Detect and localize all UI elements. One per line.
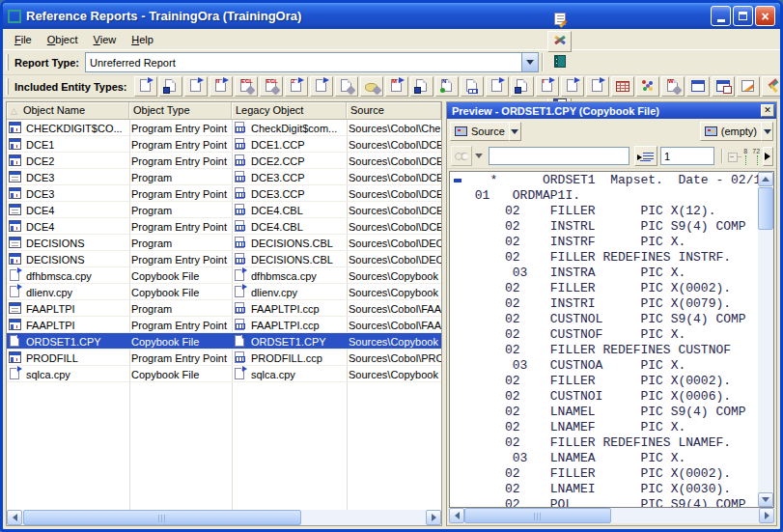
maximize-button[interactable] [733, 6, 753, 26]
table-row[interactable]: DCE3Program Entry PointDCE3.CCPSources\C… [7, 185, 441, 202]
table-row[interactable]: ORDSET1.CPYCopybook FileORDSET1.CPYSourc… [7, 333, 441, 350]
entity-type-11-button[interactable]: M [385, 76, 408, 97]
entity-type-20-button[interactable] [611, 76, 634, 97]
context-button[interactable]: (empty) [700, 122, 762, 141]
table-row[interactable]: PRODFILLProgram Entry PointPRODFILL.ccpS… [7, 350, 441, 366]
entity-type-1-button[interactable] [134, 76, 157, 97]
toolbar-grip[interactable] [6, 54, 9, 71]
entity-type-13-button[interactable]: N [435, 76, 459, 97]
entity-type-12-button[interactable] [410, 76, 433, 97]
scroll-right-button[interactable] [759, 508, 774, 523]
cell-source: Sources\Cobol\FAA [347, 300, 441, 316]
entity-type-23-button[interactable] [686, 76, 710, 97]
entity-type-16-button[interactable] [511, 76, 534, 97]
form-pen-button[interactable] [547, 10, 572, 31]
table-row[interactable]: dlienv.cpyCopybook Filedlienv.cpySources… [7, 284, 441, 300]
entity-type-6-button[interactable]: ECL [260, 76, 283, 97]
menu-file[interactable]: File [7, 31, 40, 48]
context-dropdown-button[interactable] [761, 122, 773, 141]
entity-type-8-button[interactable] [310, 76, 333, 97]
scroll-left-button[interactable] [449, 508, 464, 523]
table-row[interactable]: DCE4Program Entry PointDCE4.CBLSources\C… [7, 218, 441, 235]
code-vscrollbar[interactable] [758, 172, 773, 507]
code-hscrollbar[interactable] [449, 508, 774, 523]
entity-type-9-button[interactable] [335, 76, 358, 97]
column-header-object-name[interactable]: △Object Name [7, 102, 129, 120]
entity-type-21-button[interactable] [636, 76, 659, 97]
code-line: 02 INSTRF PIC X. [467, 235, 758, 250]
table-row[interactable]: DCE4ProgramDCE4.CBLSources\Cobol\DCE [7, 202, 441, 218]
scroll-down-button[interactable] [758, 492, 773, 507]
entity-type-25-button[interactable] [737, 76, 760, 97]
paint-tools-button[interactable] [547, 31, 572, 52]
table-header: △Object Name Object Type Legacy Object S… [7, 102, 441, 120]
table-row[interactable]: DECISIONSProgramDECISIONS.CBLSources\Cob… [7, 235, 441, 251]
margin-right-label: 72 [752, 148, 760, 154]
entity-type-26-button[interactable] [762, 76, 780, 97]
entity-type-10-button[interactable] [360, 76, 383, 97]
table-row[interactable]: DECISIONSProgram Entry PointDECISIONS.CB… [7, 251, 441, 267]
entity-type-17-button[interactable]: I [536, 76, 559, 97]
table-row[interactable]: DCE3ProgramDCE3.CCPSources\Cobol\DCE [7, 169, 441, 185]
table-row[interactable]: DCE2Program Entry PointDCE2.CCPSources\C… [7, 153, 441, 169]
source-dropdown-button[interactable] [509, 122, 521, 141]
entity-type-7-button[interactable]: Z [285, 76, 308, 97]
chevron-down-icon[interactable] [475, 154, 483, 158]
hammer-icon [767, 78, 780, 96]
column-header-source[interactable]: Source [347, 102, 441, 120]
preview-title: Preview - ORDSET1.CPY (Copybook File) [452, 105, 761, 117]
entity-type-2-button[interactable] [159, 76, 182, 97]
cell-object-type: Program Entry Point [129, 350, 232, 365]
notebook-button[interactable] [547, 52, 572, 73]
preview-close-button[interactable]: ✕ [761, 104, 774, 117]
scrollbar-thumb[interactable] [758, 187, 773, 230]
entity-type-19-button[interactable] [586, 76, 609, 97]
goto-line-button[interactable] [634, 146, 657, 166]
find-input[interactable] [489, 147, 629, 165]
menu-help[interactable]: Help [124, 31, 161, 48]
scroll-left-button[interactable] [7, 510, 22, 525]
program-entry-point-icon [9, 154, 23, 167]
report-type-dropdown-button[interactable] [521, 53, 538, 71]
scroll-right-button[interactable] [426, 510, 441, 525]
report-type-combobox[interactable]: Unreferred Report [85, 52, 539, 72]
arrow-up-icon [762, 177, 769, 182]
entity-type-18-button[interactable] [561, 76, 584, 97]
entity-type-5-button[interactable]: ECL [235, 76, 258, 97]
page-m-arrow-icon: M [391, 78, 402, 96]
menu-view[interactable]: View [86, 31, 125, 48]
source-file-icon [234, 122, 248, 134]
entity-type-22-button[interactable]: W [661, 76, 685, 97]
table-hscrollbar[interactable] [7, 510, 441, 525]
cell-source: Sources\Cobol\Che [347, 120, 441, 135]
scroll-up-button[interactable] [758, 172, 773, 186]
table-row[interactable]: FAAPLTPIProgram Entry PointFAAPLTPI.ccpS… [7, 317, 441, 333]
table-row[interactable]: dfhbmsca.cpyCopybook Filedfhbmsca.cpySou… [7, 267, 441, 284]
find-button[interactable] [451, 146, 472, 166]
entity-type-3-button[interactable] [184, 76, 208, 97]
entity-type-4-button[interactable]: II [210, 76, 233, 97]
table-row[interactable]: CHECKDIGIT$CO...Program Entry PointCheck… [7, 120, 441, 136]
menu-object[interactable]: Object [40, 31, 86, 48]
column-header-object-type[interactable]: Object Type [129, 102, 232, 120]
table-row[interactable]: sqlca.cpyCopybook Filesqlca.cpySources\C… [7, 366, 441, 382]
toolbar-overflow-button[interactable] [763, 147, 773, 166]
title-bar[interactable]: Reference Reports - TrainingOra (Trainin… [3, 3, 780, 29]
entity-type-14-button[interactable] [461, 76, 484, 97]
entity-type-15-button[interactable] [486, 76, 509, 97]
column-header-legacy-object[interactable]: Legacy Object [232, 102, 347, 120]
source-button[interactable]: Source [450, 122, 510, 141]
table-row[interactable]: DCE1Program Entry PointDCE1.CCPSources\C… [7, 136, 441, 153]
cell-source: Sources\Cobol\DCE [347, 218, 441, 234]
entity-type-24-button[interactable] [712, 76, 735, 97]
close-button[interactable]: × [755, 6, 775, 26]
cell-object-name: DCE4 [7, 202, 129, 217]
cell-object-name: DCE3 [7, 169, 129, 184]
table-row[interactable]: FAAPLTPIProgramFAAPLTPI.ccpSources\Cobol… [7, 300, 441, 317]
scrollbar-thumb[interactable] [23, 510, 301, 525]
minimize-button[interactable] [711, 6, 731, 26]
code-viewer[interactable]: * ORDSET1 Mapset. Date - 02/1 01 ORDMAP1… [449, 171, 774, 508]
line-number-input[interactable] [660, 147, 714, 165]
toolbar-grip[interactable] [6, 78, 9, 94]
scrollbar-thumb[interactable] [464, 508, 611, 523]
